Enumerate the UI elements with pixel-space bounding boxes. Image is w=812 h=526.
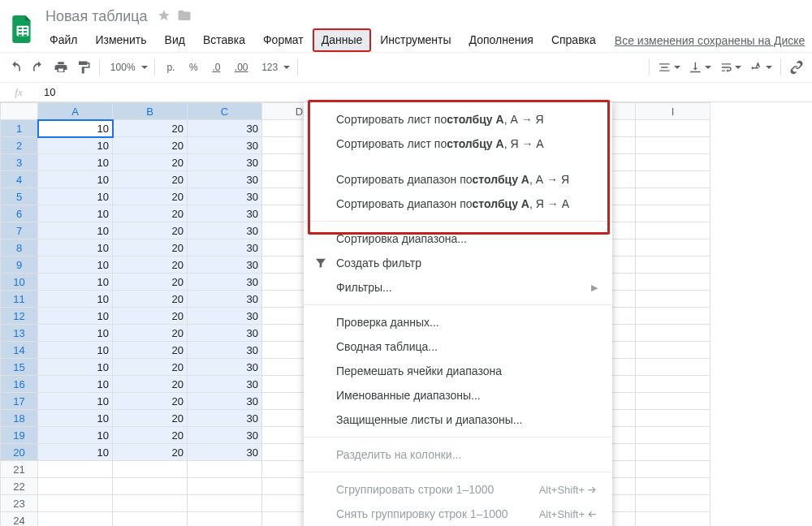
- number-format[interactable]: 123: [256, 57, 292, 78]
- formula-bar[interactable]: fx 10: [0, 83, 812, 102]
- cell[interactable]: 10: [38, 188, 113, 205]
- cell[interactable]: 10: [38, 171, 113, 188]
- row-header[interactable]: 4: [1, 171, 38, 188]
- cell[interactable]: [636, 461, 710, 478]
- cell[interactable]: [636, 495, 710, 512]
- cell[interactable]: 20: [113, 120, 188, 137]
- text-rotation-icon[interactable]: [746, 57, 775, 78]
- cell[interactable]: 20: [113, 359, 188, 376]
- col-header-I[interactable]: I: [636, 103, 710, 120]
- cell[interactable]: 30: [188, 205, 262, 222]
- star-icon[interactable]: [158, 9, 171, 24]
- save-status[interactable]: Все изменения сохранены на Диске: [615, 34, 806, 47]
- sheets-logo[interactable]: [6, 13, 39, 45]
- cell[interactable]: 20: [113, 444, 188, 461]
- horizontal-align-icon[interactable]: [654, 57, 684, 78]
- cell[interactable]: [636, 222, 710, 239]
- cell[interactable]: [188, 478, 262, 495]
- cell[interactable]: [636, 359, 710, 376]
- cell[interactable]: 30: [188, 154, 262, 171]
- increase-decimal[interactable]: .00: [228, 57, 254, 78]
- cell[interactable]: [38, 461, 113, 478]
- decrease-decimal[interactable]: .0: [205, 57, 227, 78]
- cell[interactable]: 30: [188, 222, 262, 239]
- cell[interactable]: 10: [38, 342, 113, 359]
- cell[interactable]: 30: [188, 427, 262, 444]
- row-header[interactable]: 10: [1, 274, 38, 291]
- cell[interactable]: 20: [113, 274, 188, 291]
- cell[interactable]: 30: [188, 239, 262, 257]
- cell[interactable]: [636, 342, 710, 359]
- cell[interactable]: 30: [188, 325, 262, 342]
- row-header[interactable]: 5: [1, 188, 38, 205]
- cell[interactable]: 10: [38, 393, 113, 410]
- cell[interactable]: 30: [188, 376, 262, 393]
- row-header[interactable]: 3: [1, 154, 38, 171]
- menu-file[interactable]: Файл: [41, 28, 86, 52]
- cell[interactable]: 20: [113, 222, 188, 239]
- cell[interactable]: 20: [113, 342, 188, 359]
- cell[interactable]: 10: [38, 359, 113, 376]
- cell[interactable]: 10: [38, 257, 113, 274]
- row-header[interactable]: 2: [1, 137, 38, 154]
- cell[interactable]: [636, 137, 710, 154]
- fx-value[interactable]: 10: [37, 86, 55, 98]
- row-header[interactable]: 12: [1, 308, 38, 325]
- row-header[interactable]: 22: [1, 478, 38, 495]
- cell[interactable]: 20: [113, 427, 188, 444]
- row-header[interactable]: 23: [1, 495, 38, 512]
- percent-format[interactable]: %: [183, 57, 204, 78]
- cell[interactable]: [636, 291, 710, 308]
- dd-named-ranges[interactable]: Именованные диапазоны...: [304, 383, 612, 407]
- redo-icon[interactable]: [28, 57, 49, 78]
- menu-tools[interactable]: Инструменты: [371, 28, 460, 52]
- row-header[interactable]: 6: [1, 205, 38, 222]
- cell[interactable]: [636, 478, 710, 495]
- dd-pivot[interactable]: Сводная таблица...: [304, 334, 612, 359]
- menu-help[interactable]: Справка: [542, 28, 605, 52]
- dd-protected[interactable]: Защищенные листы и диапазоны...: [304, 407, 612, 432]
- cell[interactable]: 10: [38, 444, 113, 461]
- row-header[interactable]: 8: [1, 239, 38, 257]
- cell[interactable]: 20: [113, 154, 188, 171]
- cell[interactable]: 20: [113, 137, 188, 154]
- dd-sort-range[interactable]: Сортировка диапазона...: [304, 226, 612, 251]
- paint-format-icon[interactable]: [73, 57, 94, 78]
- cell[interactable]: [636, 512, 710, 527]
- menu-edit[interactable]: Изменить: [86, 28, 155, 52]
- cell[interactable]: 20: [113, 325, 188, 342]
- cell[interactable]: [636, 376, 710, 393]
- cell[interactable]: 30: [188, 291, 262, 308]
- cell[interactable]: 10: [38, 222, 113, 239]
- cell[interactable]: [636, 274, 710, 291]
- cell[interactable]: 10: [38, 325, 113, 342]
- cell[interactable]: 20: [113, 257, 188, 274]
- cell[interactable]: [113, 512, 188, 527]
- cell[interactable]: 10: [38, 239, 113, 257]
- cell[interactable]: 20: [113, 308, 188, 325]
- cell[interactable]: [636, 308, 710, 325]
- row-header[interactable]: 24: [1, 512, 38, 527]
- cell[interactable]: 10: [38, 427, 113, 444]
- cell[interactable]: 20: [113, 205, 188, 222]
- row-header[interactable]: 17: [1, 393, 38, 410]
- row-header[interactable]: 7: [1, 222, 38, 239]
- cell[interactable]: 10: [38, 274, 113, 291]
- menu-view[interactable]: Вид: [156, 28, 194, 52]
- menu-addons[interactable]: Дополнения: [460, 28, 542, 52]
- print-icon[interactable]: [50, 57, 71, 78]
- cell[interactable]: 30: [188, 393, 262, 410]
- row-header[interactable]: 13: [1, 325, 38, 342]
- cell[interactable]: 10: [38, 154, 113, 171]
- cell[interactable]: 30: [188, 120, 262, 137]
- menu-format[interactable]: Формат: [254, 28, 313, 52]
- cell[interactable]: [38, 478, 113, 495]
- dd-filters[interactable]: Фильтры...▶: [304, 275, 612, 300]
- cell[interactable]: 10: [38, 410, 113, 427]
- currency-format[interactable]: р.: [160, 57, 181, 78]
- cell[interactable]: 20: [113, 410, 188, 427]
- cell[interactable]: 30: [188, 257, 262, 274]
- text-wrap-icon[interactable]: [716, 57, 745, 78]
- row-header[interactable]: 15: [1, 359, 38, 376]
- cell[interactable]: 10: [38, 137, 113, 154]
